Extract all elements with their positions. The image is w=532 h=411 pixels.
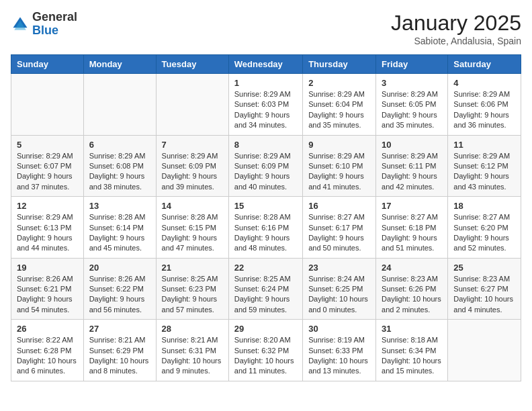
cell-content: Sunrise: 8:29 AM Sunset: 6:09 PM Dayligh… xyxy=(234,151,297,193)
day-number: 14 xyxy=(162,201,223,211)
cell-content: Sunrise: 8:22 AM Sunset: 6:28 PM Dayligh… xyxy=(17,335,78,377)
cell-content: Sunrise: 8:29 AM Sunset: 6:06 PM Dayligh… xyxy=(453,89,515,131)
cell-content: Sunrise: 8:29 AM Sunset: 6:11 PM Dayligh… xyxy=(382,151,442,193)
month-title: January 2025 xyxy=(391,11,521,36)
cell-content: Sunrise: 8:29 AM Sunset: 6:12 PM Dayligh… xyxy=(453,151,515,193)
cell-content: Sunrise: 8:26 AM Sunset: 6:21 PM Dayligh… xyxy=(17,274,78,316)
calendar-cell: 17Sunrise: 8:27 AM Sunset: 6:18 PM Dayli… xyxy=(376,197,448,259)
logo-blue-text: Blue xyxy=(32,24,58,37)
day-number: 4 xyxy=(453,78,515,88)
calendar-cell: 1Sunrise: 8:29 AM Sunset: 6:03 PM Daylig… xyxy=(228,74,302,136)
day-number: 22 xyxy=(234,263,297,273)
calendar-cell xyxy=(83,74,156,136)
calendar-cell: 30Sunrise: 8:19 AM Sunset: 6:33 PM Dayli… xyxy=(303,320,376,381)
day-number: 12 xyxy=(17,201,78,211)
calendar-week-3: 12Sunrise: 8:29 AM Sunset: 6:13 PM Dayli… xyxy=(11,197,521,259)
day-number: 28 xyxy=(162,324,223,334)
cell-content: Sunrise: 8:25 AM Sunset: 6:24 PM Dayligh… xyxy=(234,274,297,316)
day-number: 8 xyxy=(234,140,297,150)
day-number: 16 xyxy=(308,201,370,211)
day-number: 2 xyxy=(308,78,370,88)
day-number: 7 xyxy=(162,140,223,150)
cell-content: Sunrise: 8:23 AM Sunset: 6:27 PM Dayligh… xyxy=(453,274,515,316)
day-number: 15 xyxy=(234,201,297,211)
day-number: 25 xyxy=(453,263,515,273)
cell-content: Sunrise: 8:23 AM Sunset: 6:26 PM Dayligh… xyxy=(382,274,442,316)
weekday-header-tuesday: Tuesday xyxy=(156,55,228,74)
cell-content: Sunrise: 8:28 AM Sunset: 6:14 PM Dayligh… xyxy=(89,212,150,254)
calendar-cell: 18Sunrise: 8:27 AM Sunset: 6:20 PM Dayli… xyxy=(448,197,521,259)
calendar-cell: 2Sunrise: 8:29 AM Sunset: 6:04 PM Daylig… xyxy=(303,74,376,136)
calendar-cell: 20Sunrise: 8:26 AM Sunset: 6:22 PM Dayli… xyxy=(83,258,156,320)
calendar-cell: 8Sunrise: 8:29 AM Sunset: 6:09 PM Daylig… xyxy=(228,135,302,197)
calendar-cell: 9Sunrise: 8:29 AM Sunset: 6:10 PM Daylig… xyxy=(303,135,376,197)
cell-content: Sunrise: 8:29 AM Sunset: 6:07 PM Dayligh… xyxy=(17,151,78,193)
calendar-cell: 6Sunrise: 8:29 AM Sunset: 6:08 PM Daylig… xyxy=(83,135,156,197)
calendar-cell: 19Sunrise: 8:26 AM Sunset: 6:21 PM Dayli… xyxy=(11,258,84,320)
calendar-cell xyxy=(448,320,521,381)
day-number: 1 xyxy=(234,78,297,88)
cell-content: Sunrise: 8:27 AM Sunset: 6:20 PM Dayligh… xyxy=(453,212,515,254)
cell-content: Sunrise: 8:26 AM Sunset: 6:22 PM Dayligh… xyxy=(89,274,150,316)
calendar-cell: 28Sunrise: 8:21 AM Sunset: 6:31 PM Dayli… xyxy=(156,320,228,381)
calendar-cell: 12Sunrise: 8:29 AM Sunset: 6:13 PM Dayli… xyxy=(11,197,84,259)
calendar-week-5: 26Sunrise: 8:22 AM Sunset: 6:28 PM Dayli… xyxy=(11,320,521,381)
calendar-cell: 4Sunrise: 8:29 AM Sunset: 6:06 PM Daylig… xyxy=(448,74,521,136)
day-number: 30 xyxy=(308,324,370,334)
day-number: 3 xyxy=(382,78,442,88)
cell-content: Sunrise: 8:21 AM Sunset: 6:31 PM Dayligh… xyxy=(162,335,223,377)
logo: General Blue xyxy=(11,11,77,38)
cell-content: Sunrise: 8:28 AM Sunset: 6:16 PM Dayligh… xyxy=(234,212,297,254)
weekday-header-row: SundayMondayTuesdayWednesdayThursdayFrid… xyxy=(11,55,521,74)
calendar-cell: 14Sunrise: 8:28 AM Sunset: 6:15 PM Dayli… xyxy=(156,197,228,259)
page-header: General Blue January 2025 Sabiote, Andal… xyxy=(11,11,521,46)
calendar-week-4: 19Sunrise: 8:26 AM Sunset: 6:21 PM Dayli… xyxy=(11,258,521,320)
calendar-cell xyxy=(156,74,228,136)
calendar-cell: 27Sunrise: 8:21 AM Sunset: 6:29 PM Dayli… xyxy=(83,320,156,381)
day-number: 20 xyxy=(89,263,150,273)
calendar-cell: 24Sunrise: 8:23 AM Sunset: 6:26 PM Dayli… xyxy=(376,258,448,320)
cell-content: Sunrise: 8:18 AM Sunset: 6:34 PM Dayligh… xyxy=(382,335,442,377)
cell-content: Sunrise: 8:29 AM Sunset: 6:03 PM Dayligh… xyxy=(234,89,297,131)
calendar-cell xyxy=(11,74,84,136)
weekday-header-thursday: Thursday xyxy=(303,55,376,74)
day-number: 19 xyxy=(17,263,78,273)
day-number: 13 xyxy=(89,201,150,211)
calendar-cell: 10Sunrise: 8:29 AM Sunset: 6:11 PM Dayli… xyxy=(376,135,448,197)
day-number: 24 xyxy=(382,263,442,273)
day-number: 9 xyxy=(308,140,370,150)
weekday-header-monday: Monday xyxy=(83,55,156,74)
day-number: 31 xyxy=(382,324,442,334)
day-number: 29 xyxy=(234,324,297,334)
location-subtitle: Sabiote, Andalusia, Spain xyxy=(391,36,521,46)
calendar-cell: 5Sunrise: 8:29 AM Sunset: 6:07 PM Daylig… xyxy=(11,135,84,197)
calendar-table: SundayMondayTuesdayWednesdayThursdayFrid… xyxy=(11,54,521,381)
cell-content: Sunrise: 8:28 AM Sunset: 6:15 PM Dayligh… xyxy=(162,212,223,254)
weekday-header-saturday: Saturday xyxy=(448,55,521,74)
logo-general-text: General xyxy=(32,10,77,24)
cell-content: Sunrise: 8:29 AM Sunset: 6:10 PM Dayligh… xyxy=(308,151,370,193)
cell-content: Sunrise: 8:25 AM Sunset: 6:23 PM Dayligh… xyxy=(162,274,223,316)
cell-content: Sunrise: 8:21 AM Sunset: 6:29 PM Dayligh… xyxy=(89,335,150,377)
calendar-cell: 3Sunrise: 8:29 AM Sunset: 6:05 PM Daylig… xyxy=(376,74,448,136)
cell-content: Sunrise: 8:29 AM Sunset: 6:09 PM Dayligh… xyxy=(162,151,223,193)
calendar-cell: 11Sunrise: 8:29 AM Sunset: 6:12 PM Dayli… xyxy=(448,135,521,197)
cell-content: Sunrise: 8:29 AM Sunset: 6:04 PM Dayligh… xyxy=(308,89,370,131)
cell-content: Sunrise: 8:29 AM Sunset: 6:08 PM Dayligh… xyxy=(89,151,150,193)
calendar-cell: 31Sunrise: 8:18 AM Sunset: 6:34 PM Dayli… xyxy=(376,320,448,381)
calendar-cell: 13Sunrise: 8:28 AM Sunset: 6:14 PM Dayli… xyxy=(83,197,156,259)
day-number: 27 xyxy=(89,324,150,334)
day-number: 18 xyxy=(453,201,515,211)
day-number: 26 xyxy=(17,324,78,334)
calendar-cell: 22Sunrise: 8:25 AM Sunset: 6:24 PM Dayli… xyxy=(228,258,302,320)
cell-content: Sunrise: 8:19 AM Sunset: 6:33 PM Dayligh… xyxy=(308,335,370,377)
day-number: 17 xyxy=(382,201,442,211)
day-number: 5 xyxy=(17,140,78,150)
weekday-header-wednesday: Wednesday xyxy=(228,55,302,74)
day-number: 11 xyxy=(453,140,515,150)
calendar-cell: 23Sunrise: 8:24 AM Sunset: 6:25 PM Dayli… xyxy=(303,258,376,320)
calendar-cell: 7Sunrise: 8:29 AM Sunset: 6:09 PM Daylig… xyxy=(156,135,228,197)
cell-content: Sunrise: 8:27 AM Sunset: 6:18 PM Dayligh… xyxy=(382,212,442,254)
day-number: 21 xyxy=(162,263,223,273)
calendar-cell: 21Sunrise: 8:25 AM Sunset: 6:23 PM Dayli… xyxy=(156,258,228,320)
